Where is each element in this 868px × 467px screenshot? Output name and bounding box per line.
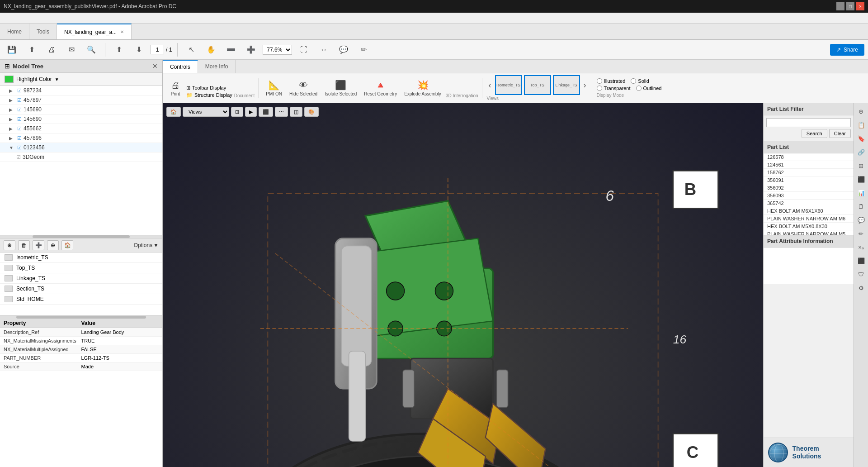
fit-width-button[interactable]: ↔ <box>316 42 332 58</box>
part-item-356093[interactable]: 356093 <box>764 192 854 200</box>
structure-display-btn[interactable]: 📁 Structure Display <box>186 92 232 98</box>
viewport-grid-btn[interactable]: ⊞ <box>231 107 243 117</box>
plus-small-button[interactable]: ➕ <box>33 240 44 250</box>
tree-item-145690a[interactable]: ▶ ☑ 145690 <box>0 105 162 114</box>
tab-tools[interactable]: Tools <box>29 24 57 39</box>
right-icon-11[interactable]: ×ₐ <box>855 241 868 253</box>
viewport-color-btn[interactable]: 🎨 <box>304 107 319 117</box>
options-button[interactable]: Options ▼ <box>134 242 159 248</box>
tab-home[interactable]: Home <box>0 24 29 39</box>
part-item-356091[interactable]: 356091 <box>764 176 854 184</box>
tree-item-145690b[interactable]: ▶ ☑ 145690 <box>0 114 162 124</box>
right-icon-8[interactable]: 🗒 <box>855 200 868 213</box>
right-icon-14[interactable]: ⚙ <box>855 281 868 294</box>
nav-down-button[interactable]: ⬇ <box>131 42 147 58</box>
explode-button[interactable]: 💥 Explode Assembly <box>401 78 444 98</box>
print-button[interactable]: 🖨 Print <box>166 78 184 98</box>
pan-button[interactable]: ✋ <box>203 42 219 58</box>
tree-item-455662[interactable]: ▶ ☑ 455662 <box>0 124 162 133</box>
right-icon-12[interactable]: ⬛ <box>855 254 868 267</box>
part-item-plain-washer-m6[interactable]: PLAIN WASHER NARROW AM M6 <box>764 215 854 223</box>
page-number-input[interactable] <box>151 45 164 54</box>
illustrated-radio[interactable]: Illustrated <box>597 78 626 84</box>
view-item-linkage[interactable]: Linkage_TS <box>0 273 162 284</box>
viewport-shade-btn[interactable]: ◫ <box>290 107 302 117</box>
search-button[interactable]: Search <box>802 129 827 138</box>
remove-small-button[interactable]: 🗑 <box>18 240 30 250</box>
part-item-158762[interactable]: 158762 <box>764 169 854 176</box>
right-icon-3[interactable]: 🔖 <box>855 132 868 145</box>
tab-controls[interactable]: Controls <box>163 60 198 73</box>
views-next-button[interactable]: › <box>582 81 588 90</box>
right-icon-5[interactable]: ⊞ <box>855 159 868 172</box>
add-small-button[interactable]: ⊕ <box>4 240 15 250</box>
viewport-home-btn[interactable]: 🏠 <box>166 107 181 117</box>
close-button[interactable]: × <box>856 2 864 10</box>
view-item-isometric[interactable]: Isometric_TS <box>0 253 162 263</box>
tab-close-icon[interactable]: ✕ <box>120 29 124 34</box>
part-item-365742[interactable]: 365742 <box>764 200 854 207</box>
hide-selected-button[interactable]: 👁 Hide Selected <box>287 78 320 98</box>
right-icon-13[interactable]: 🛡 <box>855 268 868 281</box>
viewport[interactable]: 6 16 9 B C F 395 <box>163 103 763 467</box>
part-item-hex-bolt-m6[interactable]: HEX BOLT AM M6X1X60 <box>764 207 854 215</box>
part-item-356092[interactable]: 356092 <box>764 184 854 192</box>
part-item-126578[interactable]: 126578 <box>764 153 854 161</box>
part-filter-input[interactable] <box>766 118 851 127</box>
upload-button[interactable]: ⬆ <box>24 42 40 58</box>
right-icon-2[interactable]: 📋 <box>855 119 868 131</box>
right-icon-4[interactable]: 🔗 <box>855 146 868 158</box>
tree-item-457897[interactable]: ▶ ☑ 457897 <box>0 95 162 105</box>
transparent-radio[interactable]: Transparent <box>597 86 631 91</box>
share-button[interactable]: ↗ Share <box>830 44 864 56</box>
nav-up-button[interactable]: ⬆ <box>111 42 127 58</box>
right-icon-6[interactable]: ⬛ <box>855 173 868 186</box>
maximize-button[interactable]: □ <box>846 2 854 10</box>
search-button[interactable]: 🔍 <box>83 42 99 58</box>
part-item-hex-bolt-m5[interactable]: HEX BOLT AM M5X0.8X30 <box>764 223 854 230</box>
top-ts-view[interactable]: Top_TS <box>524 75 551 95</box>
tree-item-3dgeom[interactable]: ☑ 3DGeom <box>0 152 162 162</box>
right-icon-7[interactable]: 📊 <box>855 186 868 199</box>
right-icon-9[interactable]: 💬 <box>855 214 868 226</box>
part-item-plain-washer-m5[interactable]: PLAIN WASHER NARROW AM M5 <box>764 230 854 235</box>
tree-item-0123456[interactable]: ▼ ☑ 0123456 <box>0 143 162 152</box>
clear-button[interactable]: Clear <box>829 129 851 138</box>
print-toolbar-button[interactable]: 🖨 <box>43 42 60 58</box>
highlight-color-dropdown-icon[interactable]: ▼ <box>55 77 59 82</box>
tree-item-457896[interactable]: ▶ ☑ 457896 <box>0 133 162 143</box>
circle-small-button[interactable]: ⊕ <box>47 240 59 250</box>
isometric-ts-view[interactable]: Isometric_TS <box>495 75 522 95</box>
view-item-section[interactable]: Section_TS <box>0 284 162 294</box>
viewport-play-btn[interactable]: ▶ <box>245 107 257 117</box>
reset-geometry-button[interactable]: 🔺 Reset Geometry <box>361 78 400 98</box>
minimize-button[interactable]: – <box>836 2 844 10</box>
viewport-more-btn[interactable]: ⋯ <box>275 107 288 117</box>
linkage-ts-view[interactable]: Linkage_TS <box>553 75 580 95</box>
solid-radio[interactable]: Solid <box>631 78 649 84</box>
cursor-button[interactable]: ↖ <box>183 42 199 58</box>
email-button[interactable]: ✉ <box>63 42 80 58</box>
close-panel-button[interactable]: ✕ <box>152 62 158 70</box>
view-item-std[interactable]: Std_HOME <box>0 294 162 305</box>
tree-item-987234[interactable]: ▶ ☑ 987234 <box>0 86 162 95</box>
zoom-select[interactable]: 77.6% 100% 150% <box>263 45 292 55</box>
views-prev-button[interactable]: ‹ <box>487 81 493 90</box>
home-small-button[interactable]: 🏠 <box>61 240 73 250</box>
tab-document[interactable]: NX_landing_gear_a... ✕ <box>57 24 132 39</box>
viewport-cube-btn[interactable]: ⬛ <box>259 107 273 117</box>
outlined-radio[interactable]: Outlined <box>636 86 662 91</box>
viewport-views-select[interactable]: Views Isometric_TS Top_TS <box>183 107 229 117</box>
tab-more-info[interactable]: More Info <box>198 60 236 73</box>
right-icon-1[interactable]: ⊕ <box>855 105 868 118</box>
fit-page-button[interactable]: ⛶ <box>296 42 312 58</box>
part-item-124561[interactable]: 124561 <box>764 161 854 169</box>
comment-button[interactable]: 💬 <box>335 42 352 58</box>
zoom-in-button[interactable]: ➕ <box>243 42 259 58</box>
isolate-button[interactable]: ⬛ Isolate Selected <box>322 78 359 98</box>
pmi-button[interactable]: 📐 PMI ON <box>263 78 285 98</box>
right-icon-10[interactable]: ✏ <box>855 227 868 240</box>
save-button[interactable]: 💾 <box>4 42 20 58</box>
view-item-top[interactable]: Top_TS <box>0 263 162 273</box>
zoom-out-button[interactable]: ➖ <box>223 42 239 58</box>
